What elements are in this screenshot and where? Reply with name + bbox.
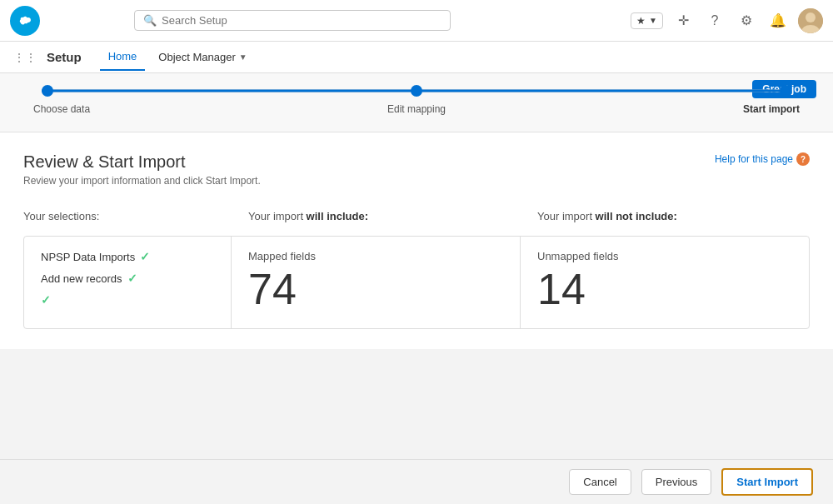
app-switcher-chevron: ▼ (649, 16, 657, 25)
second-nav: ⋮⋮ Setup Home Object Manager ▼ (0, 42, 833, 73)
progress-section: Great job Choose data Edit mapping Start… (0, 73, 833, 132)
import-will-not-include-bold: will not include: (596, 210, 677, 222)
step-dot-1 (42, 85, 53, 97)
salesforce-logo (10, 6, 40, 36)
cancel-button[interactable]: Cancel (569, 469, 631, 495)
help-link-text: Help for this page (715, 153, 793, 165)
step-dot-2 (411, 85, 422, 97)
selection-item-3: ✓ (41, 293, 214, 307)
top-nav: 🔍 ★ ▼ ✛ ? ⚙ 🔔 (0, 0, 833, 42)
summary-boxes: NPSP Data Imports ✓ Add new records ✓ ✓ … (23, 236, 810, 329)
grid-icon[interactable]: ⋮⋮ (13, 51, 37, 64)
settings-icon[interactable]: ⚙ (735, 9, 758, 32)
nav-icons: ★ ▼ ✛ ? ⚙ 🔔 (631, 8, 823, 33)
import-will-not-include-header: Your import will not include: (537, 210, 810, 222)
check-icon-3: ✓ (41, 293, 51, 307)
step-label-3: Start import (743, 103, 800, 115)
notifications-icon[interactable]: 🔔 (766, 9, 790, 32)
selection-item-2-label: Add new records (41, 272, 122, 285)
selection-item-2: Add new records ✓ (41, 272, 214, 285)
selection-item-1-label: NPSP Data Imports (41, 251, 135, 263)
unmapped-fields-label: Unmapped fields (537, 250, 792, 262)
mapped-fields-label: Mapped fields (248, 250, 503, 262)
tab-object-manager-label: Object Manager (158, 51, 236, 63)
include-box: Mapped fields 74 (231, 237, 520, 328)
step-label-2: Edit mapping (387, 103, 446, 115)
main-content: Help for this page ? Review & Start Impo… (0, 132, 833, 349)
mapped-fields-count: 74 (248, 266, 503, 313)
step-label-1: Choose data (33, 103, 90, 115)
app-switcher-star: ★ (636, 15, 646, 27)
start-import-button[interactable]: Start Import (721, 468, 813, 496)
search-input[interactable] (162, 14, 441, 27)
selections-box: NPSP Data Imports ✓ Add new records ✓ ✓ (24, 237, 231, 328)
page-title: Review & Start Import (23, 152, 810, 172)
check-icon-1: ✓ (140, 250, 150, 263)
search-icon: 🔍 (143, 14, 157, 27)
page-subtitle: Review your import information and click… (23, 175, 810, 187)
unmapped-fields-count: 14 (537, 266, 792, 313)
import-will-include-bold: will include: (307, 210, 368, 222)
import-will-not-include-before: Your import (537, 210, 596, 222)
previous-button[interactable]: Previous (641, 469, 712, 495)
selections-label: Your selections: (23, 210, 232, 222)
add-icon[interactable]: ✛ (671, 9, 695, 32)
avatar[interactable] (798, 8, 823, 33)
footer: Cancel Previous Start Import (0, 459, 833, 504)
search-bar[interactable]: 🔍 (134, 10, 451, 31)
progress-labels: Choose data Edit mapping Start import (33, 103, 800, 115)
import-will-include-before: Your import (248, 210, 307, 222)
help-icon[interactable]: ? (703, 9, 726, 32)
step-dot-3 (780, 85, 791, 97)
svg-point-2 (806, 12, 816, 22)
app-switcher[interactable]: ★ ▼ (631, 12, 663, 29)
check-icon-2: ✓ (127, 272, 137, 285)
setup-label: Setup (47, 50, 82, 64)
import-will-include-header: Your import will include: (248, 210, 521, 222)
help-circle-icon: ? (796, 152, 810, 166)
help-link[interactable]: Help for this page ? (715, 152, 810, 166)
selection-item-1: NPSP Data Imports ✓ (41, 250, 214, 263)
tab-object-manager[interactable]: Object Manager ▼ (150, 44, 255, 70)
chevron-down-icon: ▼ (239, 52, 247, 62)
tab-home[interactable]: Home (100, 43, 146, 71)
not-include-box: Unmapped fields 14 (520, 237, 809, 328)
progress-bar (42, 85, 791, 97)
